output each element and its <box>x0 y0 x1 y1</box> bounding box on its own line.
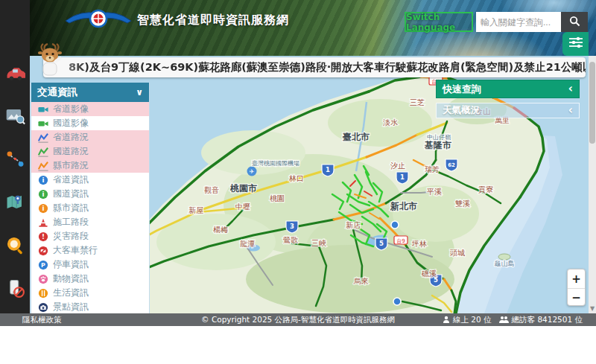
traffic-layer-label: 施工路段 <box>53 216 89 229</box>
svg-text:龍潭: 龍潭 <box>240 240 255 248</box>
svg-text:貢寮: 貢寮 <box>478 185 493 194</box>
camera-icon <box>38 118 48 129</box>
chevron-down-icon: ∨ <box>136 87 143 98</box>
svg-text:P: P <box>41 262 45 269</box>
cone-icon <box>38 217 48 228</box>
svg-text:中壢: 中壢 <box>235 202 250 211</box>
traffic-announcement-marquee[interactable]: 8K)及台9丁線(2K~69K)蘇花路廊(蘇澳至崇德)路段‧開放大客車行駛蘇花改… <box>43 57 586 77</box>
traffic-layer-item[interactable]: 生活資訊 <box>31 286 149 300</box>
svg-text:瑞芳: 瑞芳 <box>425 165 440 173</box>
traffic-layer-label: 停車資訊 <box>53 258 89 271</box>
svg-text:三峽: 三峽 <box>311 239 326 247</box>
map-layers-filter-button[interactable] <box>562 32 589 56</box>
traffic-layer-label: 縣市資訊 <box>53 202 89 214</box>
traffic-layer-item[interactable]: i縣市資訊 <box>31 201 149 215</box>
scenic-icon <box>38 302 48 313</box>
page-scrollbar[interactable]: ▼ <box>589 56 596 313</box>
traffic-layer-item[interactable]: 動物資訊 <box>31 272 149 286</box>
quick-query-title: 快速查詢 <box>443 83 481 96</box>
traffic-layer-item[interactable]: P停車資訊 <box>31 258 149 272</box>
traffic-layer-item[interactable]: 省道路況 <box>31 130 149 144</box>
svg-text:臺灣桃園國際機場: 臺灣桃園國際機場 <box>252 160 299 167</box>
chart-icon <box>38 161 48 171</box>
image-search-icon[interactable] <box>0 94 30 137</box>
traffic-panel-header[interactable]: 交通資訊 ∨ <box>31 83 149 102</box>
weather-overview-panel[interactable]: 天氣概況 ‹ <box>436 103 580 118</box>
fork-icon <box>38 288 48 298</box>
chart-icon <box>38 147 48 157</box>
svg-text:3: 3 <box>290 223 294 230</box>
marquee-text: 8K)及台9丁線(2K~69K)蘇花路廊(蘇澳至崇德)路段‧開放大客車行駛蘇花改… <box>43 60 586 74</box>
scrollbar-down-arrow-icon[interactable]: ▼ <box>589 303 596 313</box>
traffic-layer-label: 國道資訊 <box>53 188 89 200</box>
traffic-layer-item[interactable]: i省道資訊 <box>31 173 149 187</box>
traffic-layer-item[interactable]: 國道影像 <box>31 116 149 130</box>
traffic-layer-label: 災害路段 <box>53 230 89 243</box>
traffic-layer-item[interactable]: 國道路況 <box>31 144 149 159</box>
svg-text:1: 1 <box>400 173 405 181</box>
traffic-layer-label: 縣市路況 <box>53 159 89 172</box>
online-count: 線上 20 位 <box>453 315 492 325</box>
map-zoom-control: + − <box>567 269 586 306</box>
chevron-left-icon: ‹ <box>568 83 573 95</box>
quick-query-panel[interactable]: 快速查詢 ‹ <box>436 80 580 98</box>
svg-text:頭城: 頭城 <box>450 249 465 257</box>
svg-text:礁溪: 礁溪 <box>421 269 437 278</box>
svg-text:楊梅: 楊梅 <box>213 226 228 234</box>
traffic-layer-item[interactable]: 施工路段 <box>31 215 149 229</box>
parking-icon: P <box>38 260 48 270</box>
no-phone-icon[interactable] <box>0 266 30 310</box>
traffic-layer-label: 景點資訊 <box>53 301 89 313</box>
search-circle-icon[interactable] <box>0 223 30 266</box>
svg-text:中山仔嶺: 中山仔嶺 <box>427 134 451 141</box>
svg-text:新屋: 新屋 <box>188 206 203 214</box>
traffic-layer-item[interactable]: 大客車禁行 <box>31 243 149 258</box>
svg-text:新北市: 新北市 <box>390 201 417 211</box>
svg-text:臺北市: 臺北市 <box>342 132 370 142</box>
svg-text:林口: 林口 <box>288 174 304 182</box>
search-icon <box>569 16 580 29</box>
switch-language-button[interactable]: Switch Language <box>405 12 473 32</box>
traffic-panel-title: 交通資訊 <box>37 86 77 99</box>
keyword-search-input[interactable] <box>476 12 561 32</box>
map-location-icon[interactable] <box>0 180 30 223</box>
chart-icon <box>38 132 48 143</box>
traffic-layer-item[interactable]: i國道資訊 <box>31 187 149 201</box>
svg-text:桃園: 桃園 <box>270 194 285 202</box>
svg-text:基隆市: 基隆市 <box>424 140 451 150</box>
svg-text:三芝: 三芝 <box>410 98 425 106</box>
route-planning-icon[interactable] <box>0 137 30 180</box>
info-icon: i <box>38 175 48 185</box>
scrollbar-thumb[interactable] <box>589 62 595 144</box>
site-title: 智慧化省道即時資訊服務網 <box>137 13 289 28</box>
svg-text:新店: 新店 <box>346 221 361 229</box>
sliders-icon <box>568 36 583 52</box>
traffic-layer-label: 省道路況 <box>53 131 89 144</box>
svg-text:平溪: 平溪 <box>427 188 442 196</box>
traffic-layer-label: 國道影像 <box>53 117 89 130</box>
traffic-layer-label: 大客車禁行 <box>53 244 98 257</box>
privacy-policy-link[interactable]: 隱私權政策 <box>22 315 62 325</box>
traffic-layer-item[interactable]: 省道影像 <box>31 102 149 116</box>
traffic-layer-item[interactable]: 景點資訊 <box>31 300 149 314</box>
traffic-layer-item[interactable]: 縣市路況 <box>31 159 149 173</box>
camera-icon <box>38 104 48 115</box>
svg-text:1: 1 <box>326 166 330 173</box>
zoom-in-button[interactable]: + <box>568 269 585 288</box>
car-service-icon[interactable] <box>0 51 30 94</box>
search-button[interactable] <box>561 12 588 32</box>
zoom-out-button[interactable]: − <box>568 288 585 307</box>
traffic-layer-item[interactable]: !災害路段 <box>31 229 149 243</box>
left-toolbar <box>0 0 30 313</box>
traffic-layer-label: 省道影像 <box>53 103 89 115</box>
svg-text:烏來: 烏來 <box>353 277 369 285</box>
svg-text:!: ! <box>42 233 45 240</box>
svg-text:5: 5 <box>379 240 384 247</box>
paw-icon <box>38 274 48 284</box>
svg-text:鶯歌: 鶯歌 <box>283 236 298 244</box>
traffic-info-panel: 交通資訊 ∨ 省道影像國道影像省道路況國道路況縣市路況i省道資訊i國道資訊i縣市… <box>30 83 150 313</box>
traffic-layer-label: 生活資訊 <box>53 287 89 299</box>
traffic-layer-label: 省道資訊 <box>53 173 89 186</box>
mascot-character <box>34 43 66 83</box>
svg-text:汐止: 汐止 <box>390 162 405 170</box>
